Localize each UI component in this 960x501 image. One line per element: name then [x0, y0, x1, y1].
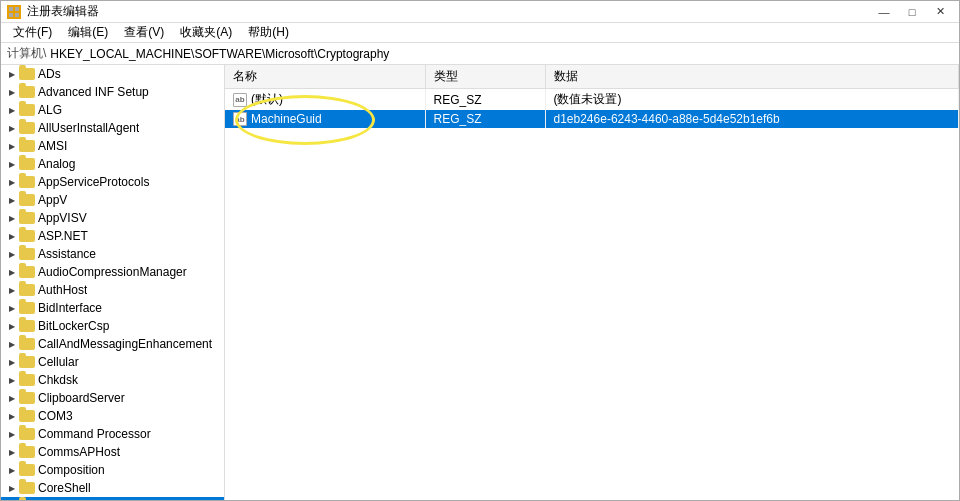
tree-arrow-callandmessagingenhancement	[5, 340, 19, 349]
tree-item-analog[interactable]: Analog	[1, 155, 224, 173]
tree-item-aspnet[interactable]: ASP.NET	[1, 227, 224, 245]
svg-rect-0	[9, 7, 13, 11]
tree-item-alluserinstallagent[interactable]: AllUserInstallAgent	[1, 119, 224, 137]
cell-name-text: (默认)	[251, 91, 283, 108]
svg-rect-1	[15, 7, 19, 11]
maximize-button[interactable]: □	[899, 4, 925, 20]
tree-label: Assistance	[38, 247, 96, 261]
folder-icon	[19, 445, 35, 459]
tree-label: BidInterface	[38, 301, 102, 315]
folder-icon	[19, 373, 35, 387]
folder-icon	[19, 157, 35, 171]
tree-item-callandmessagingenhancement[interactable]: CallAndMessagingEnhancement	[1, 335, 224, 353]
folder-icon	[19, 283, 35, 297]
tree-arrow-clipboardserver	[5, 394, 19, 403]
menu-file[interactable]: 文件(F)	[5, 22, 60, 43]
cell-name-default: ab(默认)	[225, 89, 425, 111]
menu-favorites[interactable]: 收藏夹(A)	[172, 22, 240, 43]
tree-item-amsi[interactable]: AMSI	[1, 137, 224, 155]
menu-view[interactable]: 查看(V)	[116, 22, 172, 43]
tree-arrow-commsaphost	[5, 448, 19, 457]
tree-item-appvisv[interactable]: AppVISV	[1, 209, 224, 227]
folder-icon	[19, 427, 35, 441]
address-bar: 计算机\ HKEY_LOCAL_MACHINE\SOFTWARE\Microso…	[1, 43, 959, 65]
menu-help[interactable]: 帮助(H)	[240, 22, 297, 43]
tree-label: Chkdsk	[38, 373, 78, 387]
tree-item-chkdsk[interactable]: Chkdsk	[1, 371, 224, 389]
folder-icon	[19, 193, 35, 207]
tree-item-commandprocessor[interactable]: Command Processor	[1, 425, 224, 443]
cell-type-machineguid: REG_SZ	[425, 110, 545, 128]
tree-label: AudioCompressionManager	[38, 265, 187, 279]
tree-item-assistance[interactable]: Assistance	[1, 245, 224, 263]
tree-arrow-alluserinstallagent	[5, 124, 19, 133]
cell-name-text: MachineGuid	[251, 112, 322, 126]
folder-icon	[19, 103, 35, 117]
tree-label: Cryptography	[38, 499, 110, 500]
tree-arrow-alg	[5, 106, 19, 115]
folder-icon	[19, 139, 35, 153]
tree-item-bitlockercsp[interactable]: BitLockerCsp	[1, 317, 224, 335]
tree-item-cryptography[interactable]: Cryptography	[1, 497, 224, 500]
tree-arrow-assistance	[5, 250, 19, 259]
col-data: 数据	[545, 65, 959, 89]
reg-entry-icon: ab	[233, 93, 247, 107]
tree-label: Advanced INF Setup	[38, 85, 149, 99]
close-button[interactable]: ✕	[927, 4, 953, 20]
tree-arrow-advancedinfsetup	[5, 88, 19, 97]
tree-item-advancedinfsetup[interactable]: Advanced INF Setup	[1, 83, 224, 101]
tree-arrow-appv	[5, 196, 19, 205]
menu-edit[interactable]: 编辑(E)	[60, 22, 116, 43]
col-type: 类型	[425, 65, 545, 89]
folder-icon	[19, 67, 35, 81]
tree-label: ALG	[38, 103, 62, 117]
tree-arrow-appserviceprotocols	[5, 178, 19, 187]
cell-type-default: REG_SZ	[425, 89, 545, 111]
folder-icon	[19, 391, 35, 405]
tree-item-alg[interactable]: ALG	[1, 101, 224, 119]
tree-label: Command Processor	[38, 427, 151, 441]
tree-arrow-appvisv	[5, 214, 19, 223]
folder-icon	[19, 229, 35, 243]
tree-item-authhost[interactable]: AuthHost	[1, 281, 224, 299]
svg-rect-3	[15, 13, 19, 17]
tree-label: ClipboardServer	[38, 391, 125, 405]
tree-arrow-cellular	[5, 358, 19, 367]
tree-item-appserviceprotocols[interactable]: AppServiceProtocols	[1, 173, 224, 191]
tree-item-cellular[interactable]: Cellular	[1, 353, 224, 371]
title-bar-left: 注册表编辑器	[7, 3, 99, 20]
tree-arrow-chkdsk	[5, 376, 19, 385]
tree-label: AuthHost	[38, 283, 87, 297]
tree-label: AppV	[38, 193, 67, 207]
tree-label: Composition	[38, 463, 105, 477]
folder-icon	[19, 265, 35, 279]
tree-label: CoreShell	[38, 481, 91, 495]
reg-entry-icon: ab	[233, 112, 247, 126]
tree-item-composition[interactable]: Composition	[1, 461, 224, 479]
tree-arrow-bitlockercsp	[5, 322, 19, 331]
tree-arrow-coreshell	[5, 484, 19, 493]
tree-item-com3[interactable]: COM3	[1, 407, 224, 425]
tree-item-audiocompressionmanager[interactable]: AudioCompressionManager	[1, 263, 224, 281]
folder-icon	[19, 121, 35, 135]
tree-item-clipboardserver[interactable]: ClipboardServer	[1, 389, 224, 407]
folder-icon	[19, 463, 35, 477]
tree-item-ads[interactable]: ADs	[1, 65, 224, 83]
tree-arrow-bidinterface	[5, 304, 19, 313]
col-name: 名称	[225, 65, 425, 89]
tree-label: ASP.NET	[38, 229, 88, 243]
minimize-button[interactable]: —	[871, 4, 897, 20]
tree-item-appv[interactable]: AppV	[1, 191, 224, 209]
table-row[interactable]: abMachineGuidREG_SZd1eb246e-6243-4460-a8…	[225, 110, 959, 128]
tree-arrow-aspnet	[5, 232, 19, 241]
left-tree-panel[interactable]: ADsAdvanced INF SetupALGAllUserInstallAg…	[1, 65, 225, 500]
tree-arrow-analog	[5, 160, 19, 169]
tree-item-commsaphost[interactable]: CommsAPHost	[1, 443, 224, 461]
folder-icon	[19, 301, 35, 315]
title-bar: 注册表编辑器 — □ ✕	[1, 1, 959, 23]
tree-arrow-com3	[5, 412, 19, 421]
tree-label: AppServiceProtocols	[38, 175, 149, 189]
table-row[interactable]: ab(默认)REG_SZ(数值未设置)	[225, 89, 959, 111]
tree-item-bidinterface[interactable]: BidInterface	[1, 299, 224, 317]
tree-item-coreshell[interactable]: CoreShell	[1, 479, 224, 497]
